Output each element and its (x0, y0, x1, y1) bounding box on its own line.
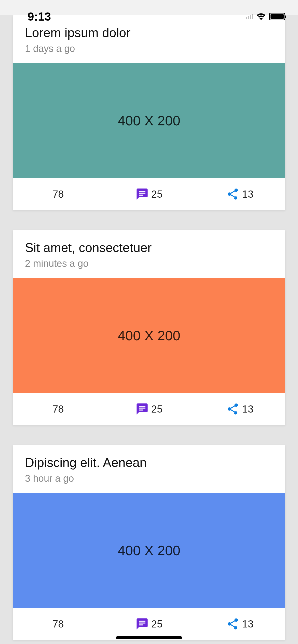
likes-count: 78 (52, 618, 64, 630)
wifi-icon (256, 13, 266, 20)
comments-button[interactable]: 25 (104, 617, 195, 631)
status-indicators (246, 13, 285, 20)
card-footer: 78 25 13 (13, 178, 285, 210)
post-image[interactable]: 400 X 200 (13, 278, 285, 393)
share-button[interactable]: 13 (194, 617, 285, 631)
likes-button[interactable]: 78 (13, 188, 104, 200)
post-title: Lorem ipsum dolor (25, 25, 273, 40)
image-placeholder-label: 400 X 200 (118, 543, 180, 558)
svg-rect-7 (139, 623, 145, 624)
likes-count: 78 (52, 188, 64, 200)
share-icon (226, 617, 239, 631)
svg-rect-8 (139, 624, 143, 625)
svg-rect-1 (139, 193, 145, 194)
post-title: Sit amet, consectetuer (25, 240, 273, 255)
image-placeholder-label: 400 X 200 (118, 328, 180, 343)
share-button[interactable]: 13 (194, 187, 285, 201)
comments-button[interactable]: 25 (104, 402, 195, 416)
shares-count: 13 (242, 188, 253, 200)
likes-button[interactable]: 78 (13, 618, 104, 630)
post-card[interactable]: Lorem ipsum dolor 1 days a go 400 X 200 … (13, 15, 285, 210)
card-header: Sit amet, consectetuer 2 minutes a go (13, 230, 285, 278)
post-time: 3 hour a go (25, 473, 273, 484)
post-title: Dipiscing elit. Aenean (25, 455, 273, 470)
svg-rect-5 (139, 409, 143, 411)
comments-count: 25 (151, 403, 163, 415)
shares-count: 13 (242, 618, 253, 630)
comments-count: 25 (151, 188, 163, 200)
svg-rect-0 (139, 191, 145, 192)
comments-count: 25 (151, 618, 163, 630)
card-footer: 78 25 13 (13, 393, 285, 425)
battery-icon (269, 13, 285, 20)
comments-button[interactable]: 25 (104, 187, 195, 201)
cellular-icon (246, 14, 253, 19)
image-placeholder-label: 400 X 200 (118, 113, 180, 128)
post-image[interactable]: 400 X 200 (13, 63, 285, 178)
svg-rect-2 (139, 195, 143, 196)
comment-icon (136, 617, 149, 631)
share-button[interactable]: 13 (194, 402, 285, 416)
card-footer: 78 25 13 (13, 608, 285, 640)
post-time: 1 days a go (25, 43, 273, 54)
status-time: 9:13 (28, 10, 51, 23)
shares-count: 13 (242, 403, 253, 415)
svg-rect-4 (139, 408, 145, 409)
likes-count: 78 (52, 403, 64, 415)
home-indicator[interactable] (116, 636, 182, 639)
card-header: Dipiscing elit. Aenean 3 hour a go (13, 445, 285, 493)
svg-rect-3 (139, 406, 145, 407)
post-card[interactable]: Dipiscing elit. Aenean 3 hour a go 400 X… (13, 445, 285, 640)
likes-button[interactable]: 78 (13, 403, 104, 415)
comment-icon (136, 187, 149, 201)
post-image[interactable]: 400 X 200 (13, 493, 285, 608)
post-time: 2 minutes a go (25, 258, 273, 269)
feed-list[interactable]: Lorem ipsum dolor 1 days a go 400 X 200 … (0, 0, 298, 640)
status-bar: 9:13 (0, 0, 298, 25)
svg-rect-6 (139, 621, 145, 622)
share-icon (226, 402, 239, 416)
share-icon (226, 187, 239, 201)
comment-icon (136, 402, 149, 416)
post-card[interactable]: Sit amet, consectetuer 2 minutes a go 40… (13, 230, 285, 425)
